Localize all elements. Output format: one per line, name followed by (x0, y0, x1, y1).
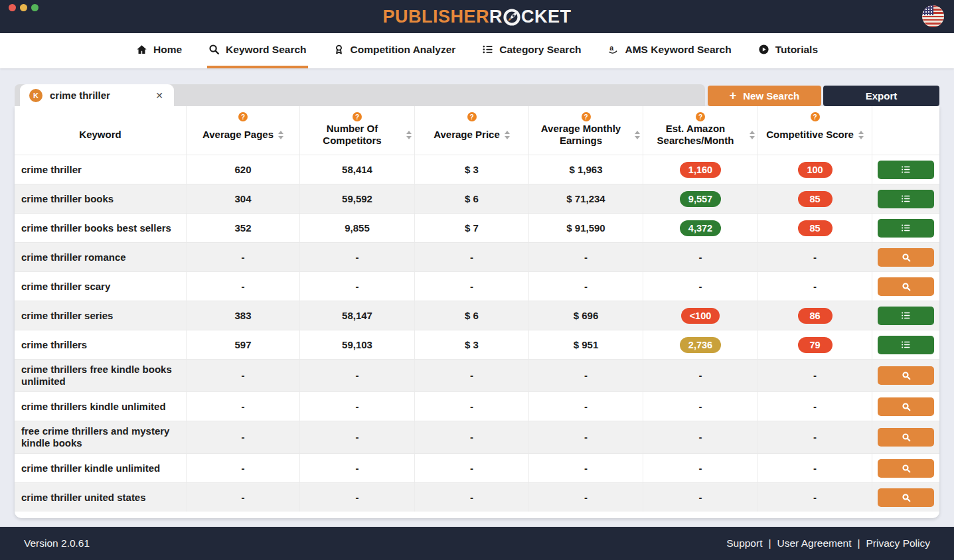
action-cell (872, 243, 939, 271)
competitors-list-button[interactable] (878, 219, 934, 238)
competitors-cell: 58,147 (299, 301, 414, 330)
run-search-button[interactable] (878, 459, 934, 478)
average-price-cell: $ 6 (414, 184, 528, 213)
sort-icon[interactable] (406, 131, 412, 139)
nav-item-category-search[interactable]: Category Search (481, 33, 582, 68)
run-search-button[interactable] (878, 248, 934, 267)
footer-separator: | (768, 537, 771, 549)
keyword-cell: crime thriller scary (15, 272, 186, 301)
column-header-average-monthly-earnings[interactable]: ?Average Monthly Earnings (528, 106, 643, 155)
content-area: K crime thriller ✕ + New Search Export K… (0, 68, 954, 527)
close-tab-icon[interactable]: ✕ (154, 89, 165, 102)
table-header-row: Keyword?Average Pages?Number Of Competit… (15, 106, 939, 155)
competitive-score-cell: - (757, 243, 872, 271)
searches-per-month-cell: 4,372 (643, 214, 757, 242)
close-window-button[interactable] (9, 4, 16, 11)
average-pages-cell: - (186, 483, 299, 512)
help-icon[interactable]: ? (467, 112, 477, 121)
footer-link-user-agreement[interactable]: User Agreement (777, 537, 852, 549)
new-search-button[interactable]: + New Search (708, 86, 821, 106)
help-icon[interactable]: ? (353, 112, 362, 121)
searches-per-month-cell: 2,736 (643, 330, 757, 359)
column-label: Number Of Competitors (303, 123, 402, 147)
average-price-cell: - (414, 392, 528, 421)
action-cell (872, 360, 939, 391)
monthly-earnings-cell: $ 71,234 (528, 184, 643, 213)
help-icon[interactable]: ? (811, 112, 820, 121)
average-pages-cell: 597 (186, 330, 299, 359)
run-search-button[interactable] (878, 488, 934, 507)
action-cell (872, 421, 939, 453)
help-icon[interactable]: ? (696, 112, 705, 121)
window-controls (9, 4, 39, 11)
export-label: Export (866, 90, 898, 102)
sort-icon[interactable] (858, 131, 864, 139)
action-cell (872, 330, 939, 359)
keyword-cell: free crime thrillers and mystery kindle … (15, 421, 186, 453)
keyword-cell: crime thriller (15, 155, 186, 184)
searches-per-month-cell: - (643, 392, 757, 421)
average-pages-cell: - (186, 392, 299, 421)
run-search-button[interactable] (878, 397, 934, 416)
column-header-est-amazon-searches-month[interactable]: ?Est. Amazon Searches/Month (643, 106, 757, 155)
competitors-list-button[interactable] (878, 161, 934, 179)
average-price-cell: $ 3 (414, 330, 528, 359)
average-price-cell: - (414, 454, 528, 482)
searches-per-month-cell: - (643, 272, 757, 301)
average-price-cell: - (414, 360, 528, 391)
run-search-button[interactable] (878, 277, 934, 296)
sort-icon[interactable] (505, 131, 510, 139)
table-row: crime thriller kindle unlimited------ (15, 453, 939, 482)
nav-item-competition-analyzer[interactable]: Competition Analyzer (332, 33, 457, 68)
competitors-list-button[interactable] (878, 190, 934, 208)
zoom-window-button[interactable] (31, 4, 39, 11)
column-header-competitive-score[interactable]: ?Competitive Score (757, 106, 872, 155)
list-icon (482, 44, 493, 55)
keyword-cell: crime thriller romance (15, 243, 186, 271)
average-price-cell: - (414, 272, 528, 301)
nav-item-ams-keyword-search[interactable]: aAMS Keyword Search (606, 33, 732, 68)
sort-icon[interactable] (750, 131, 755, 139)
competitive-score-badge: 100 (798, 162, 833, 178)
sort-icon[interactable] (635, 131, 640, 139)
help-icon[interactable]: ? (238, 112, 248, 121)
minimize-window-button[interactable] (20, 4, 27, 11)
tab-crime-thriller[interactable]: K crime thriller ✕ (20, 84, 174, 106)
footer-link-privacy-policy[interactable]: Privacy Policy (866, 537, 930, 549)
tab-strip: K crime thriller ✕ (15, 84, 705, 106)
run-search-button[interactable] (878, 366, 934, 385)
new-search-label: New Search (743, 90, 799, 102)
us-flag-language-icon[interactable] (922, 5, 944, 27)
export-button[interactable]: Export (823, 86, 939, 106)
column-header-average-pages[interactable]: ?Average Pages (186, 106, 299, 155)
competitive-score-cell: 86 (757, 301, 872, 330)
help-icon[interactable]: ? (582, 112, 591, 121)
searches-badge: 2,736 (680, 337, 721, 353)
action-cell (872, 483, 939, 512)
competitive-score-cell: - (757, 454, 872, 482)
competitors-list-button[interactable] (878, 307, 934, 325)
competitors-cell: - (299, 454, 414, 482)
average-pages-cell: 304 (186, 184, 299, 213)
competitors-cell: 58,414 (299, 155, 414, 184)
average-pages-cell: - (186, 454, 299, 482)
competitors-list-button[interactable] (878, 336, 934, 354)
nav-item-tutorials[interactable]: Tutorials (757, 33, 819, 68)
column-label: Average Monthly Earnings (532, 123, 630, 147)
competitive-score-cell: - (757, 483, 872, 512)
column-header-number-of-competitors[interactable]: ?Number Of Competitors (299, 106, 414, 155)
sort-icon[interactable] (278, 131, 283, 139)
table-row: crime thriller books30459,592$ 6$ 71,234… (15, 184, 939, 213)
run-search-button[interactable] (878, 428, 934, 447)
competitive-score-cell: - (757, 272, 872, 301)
nav-item-keyword-search[interactable]: Keyword Search (207, 33, 307, 68)
table-row: crime thriller series38358,147$ 6$ 696<1… (15, 301, 939, 330)
column-header-average-price[interactable]: ?Average Price (414, 106, 528, 155)
table-row: crime thriller united states------ (15, 482, 939, 512)
monthly-earnings-cell: - (528, 392, 643, 421)
nav-item-home[interactable]: Home (135, 33, 183, 68)
version-text: Version 2.0.61 (24, 537, 90, 549)
footer-link-support[interactable]: Support (726, 537, 762, 549)
average-price-cell: - (414, 483, 528, 512)
column-header-keyword: Keyword (15, 106, 186, 155)
